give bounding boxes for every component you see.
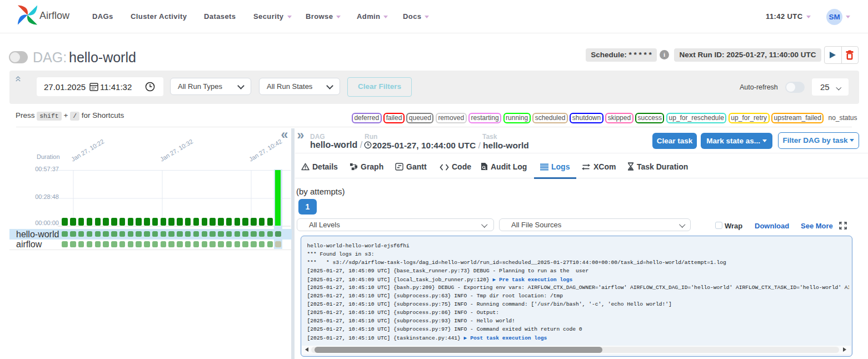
svg-text:Jan 27, 10:22: Jan 27, 10:22 bbox=[70, 138, 105, 163]
svg-text:00:00:00: 00:00:00 bbox=[35, 220, 59, 226]
svg-text:Jan 27, 10:32: Jan 27, 10:32 bbox=[159, 138, 194, 163]
svg-text:Jan 27, 10:42: Jan 27, 10:42 bbox=[248, 138, 283, 163]
svg-text:00:57:37: 00:57:37 bbox=[35, 166, 59, 172]
svg-text:00:28:48: 00:28:48 bbox=[35, 193, 59, 200]
svg-text:Duration: Duration bbox=[37, 153, 60, 160]
